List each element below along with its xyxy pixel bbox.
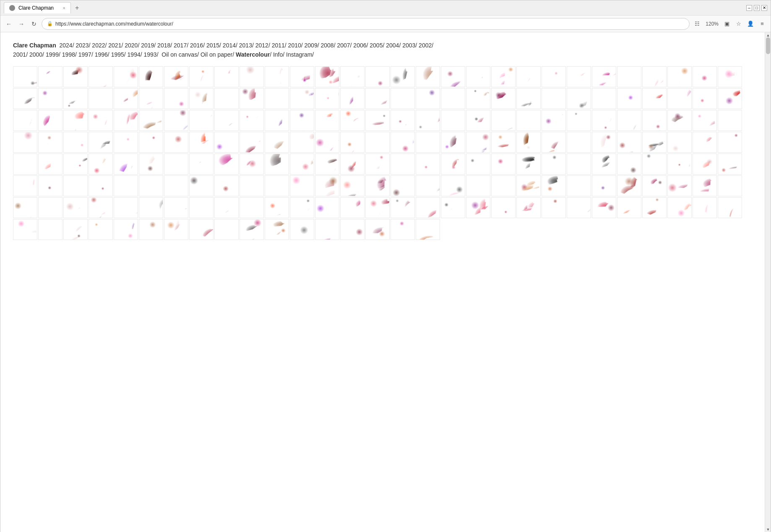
thumbnail-item[interactable] [516, 66, 541, 87]
year-2007[interactable]: 2007/ [337, 42, 352, 49]
thumbnail-item[interactable] [516, 88, 541, 109]
thumbnail-item[interactable] [567, 175, 591, 196]
thumbnail-item[interactable] [567, 110, 591, 131]
thumbnail-item[interactable] [63, 132, 88, 153]
thumbnail-item[interactable] [214, 154, 239, 175]
thumbnail-item[interactable] [315, 66, 339, 87]
thumbnail-item[interactable] [139, 175, 163, 196]
thumbnail-item[interactable] [365, 110, 390, 131]
scrollbar[interactable]: ▲ ▼ [765, 32, 771, 532]
thumbnail-item[interactable] [441, 197, 465, 218]
thumbnail-item[interactable] [13, 110, 37, 131]
thumbnail-item[interactable] [391, 219, 415, 240]
thumbnail-item[interactable] [693, 132, 717, 153]
thumbnail-item[interactable] [139, 197, 163, 218]
thumbnail-item[interactable] [265, 197, 289, 218]
thumbnail-item[interactable] [189, 132, 214, 153]
thumbnail-item[interactable] [189, 66, 214, 87]
thumbnail-item[interactable] [89, 197, 113, 218]
thumbnail-item[interactable] [139, 132, 163, 153]
thumbnail-item[interactable] [642, 66, 667, 87]
scrollbar-thumb[interactable] [766, 37, 770, 54]
thumbnail-item[interactable] [617, 132, 641, 153]
thumbnail-item[interactable] [693, 110, 717, 131]
thumbnail-item[interactable] [466, 154, 490, 175]
thumbnail-item[interactable] [718, 66, 742, 87]
thumbnail-item[interactable] [441, 88, 465, 109]
thumbnail-item[interactable] [365, 88, 390, 109]
thumbnail-item[interactable] [667, 110, 692, 131]
thumbnail-item[interactable] [315, 154, 339, 175]
thumbnail-item[interactable] [642, 197, 667, 218]
thumbnail-item[interactable] [491, 197, 516, 218]
thumbnail-item[interactable] [592, 175, 616, 196]
thumbnail-item[interactable] [642, 175, 667, 196]
year-1995[interactable]: 1995/ [111, 51, 126, 58]
thumbnail-item[interactable] [290, 88, 314, 109]
thumbnail-item[interactable] [164, 175, 188, 196]
thumbnail-item[interactable] [592, 132, 616, 153]
thumbnail-item[interactable] [315, 219, 339, 240]
thumbnail-item[interactable] [290, 175, 314, 196]
medium-oil-paper[interactable]: Oil on paper/ [201, 51, 234, 58]
thumbnail-item[interactable] [290, 219, 314, 240]
thumbnail-item[interactable] [89, 132, 113, 153]
thumbnail-item[interactable] [114, 197, 138, 218]
thumbnail-item[interactable] [63, 110, 88, 131]
thumbnail-item[interactable] [189, 154, 214, 175]
thumbnail-item[interactable] [542, 66, 566, 87]
year-1993[interactable]: 1993/ [144, 51, 159, 58]
thumbnail-item[interactable] [240, 132, 264, 153]
thumbnail-item[interactable] [13, 66, 37, 87]
thumbnail-item[interactable] [718, 88, 742, 109]
thumbnail-item[interactable] [542, 154, 566, 175]
year-2004[interactable]: 2004/ [386, 42, 401, 49]
year-2011[interactable]: 2011/ [272, 42, 287, 49]
thumbnail-item[interactable] [265, 88, 289, 109]
thumbnail-item[interactable] [567, 88, 591, 109]
thumbnail-item[interactable] [114, 219, 138, 240]
thumbnail-item[interactable] [214, 132, 239, 153]
thumbnail-item[interactable] [667, 197, 692, 218]
browser-tab[interactable]: Clare Chapman × [4, 2, 71, 13]
year-2023[interactable]: 2023/ [76, 42, 90, 49]
more-icon[interactable]: ≡ [757, 19, 767, 29]
thumbnail-item[interactable] [416, 219, 440, 240]
thumbnail-item[interactable] [416, 197, 440, 218]
thumbnail-item[interactable] [592, 88, 616, 109]
thumbnail-item[interactable] [466, 110, 490, 131]
thumbnail-item[interactable] [240, 175, 264, 196]
thumbnail-item[interactable] [340, 197, 365, 218]
thumbnail-item[interactable] [416, 88, 440, 109]
thumbnail-item[interactable] [693, 197, 717, 218]
year-1996[interactable]: 1996/ [95, 51, 109, 58]
thumbnail-item[interactable] [114, 66, 138, 87]
thumbnail-item[interactable] [491, 110, 516, 131]
year-1994[interactable]: 1994/ [128, 51, 142, 58]
thumbnail-item[interactable] [265, 132, 289, 153]
thumbnail-item[interactable] [63, 66, 88, 87]
thumbnail-item[interactable] [13, 88, 37, 109]
thumbnail-item[interactable] [164, 132, 188, 153]
thumbnail-item[interactable] [265, 219, 289, 240]
thumbnail-item[interactable] [114, 88, 138, 109]
thumbnail-item[interactable] [340, 66, 365, 87]
thumbnail-item[interactable] [240, 88, 264, 109]
thumbnail-item[interactable] [441, 132, 465, 153]
thumbnail-item[interactable] [718, 132, 742, 153]
thumbnail-item[interactable] [114, 175, 138, 196]
thumbnail-item[interactable] [667, 132, 692, 153]
scroll-down-button[interactable]: ▼ [765, 527, 771, 532]
thumbnail-item[interactable] [693, 175, 717, 196]
thumbnail-item[interactable] [63, 219, 88, 240]
thumbnail-item[interactable] [441, 175, 465, 196]
thumbnail-item[interactable] [13, 132, 37, 153]
thumbnail-item[interactable] [391, 88, 415, 109]
thumbnail-item[interactable] [416, 110, 440, 131]
medium-watercolour-current[interactable]: Watercolour [236, 51, 270, 58]
close-window-button[interactable]: ✕ [761, 5, 767, 11]
thumbnail-item[interactable] [164, 219, 188, 240]
thumbnail-item[interactable] [592, 110, 616, 131]
thumbnail-item[interactable] [365, 197, 390, 218]
thumbnail-item[interactable] [189, 88, 214, 109]
